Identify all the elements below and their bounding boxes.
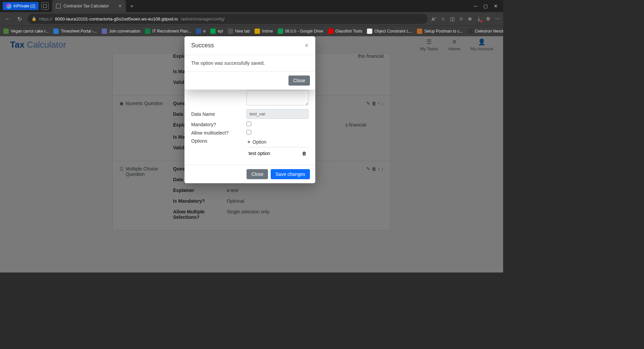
bookmark-favicon-icon [278, 29, 283, 34]
close-button[interactable]: Close [247, 169, 268, 179]
window-controls: ─ ▢ ✕ [474, 3, 503, 9]
explainer-textarea[interactable] [247, 90, 309, 105]
close-button[interactable]: Close [288, 76, 310, 86]
url-scheme: https:// [39, 16, 52, 21]
tab-close-icon[interactable]: ✕ [118, 4, 122, 8]
bookmark-favicon-icon [468, 29, 473, 34]
tab-actions-icon[interactable] [41, 2, 49, 10]
bookmark-item[interactable]: IT Recruitment Plan... [145, 29, 191, 34]
bookmark-item[interactable]: Celestron Nexstar E... [468, 29, 503, 34]
bookmark-label: Vegan carrot cake r... [11, 29, 49, 34]
bookmark-item[interactable]: New tab [228, 29, 250, 34]
modal-title: Success [191, 42, 214, 49]
bookmark-label: epl [218, 29, 223, 34]
bookmark-item[interactable]: Vegan carrot cake r... [3, 29, 49, 34]
bookmark-favicon-icon [196, 29, 201, 34]
svg-rect-0 [43, 4, 47, 8]
more-icon[interactable]: ⋯ [495, 16, 500, 21]
url-host: 8000-laura10101-contractorta-g5o2od5xoex… [55, 16, 178, 21]
form-label-data-name: Data Name [191, 111, 247, 117]
bookmark-label: New tab [235, 29, 250, 34]
lock-icon: 🔒 [32, 16, 37, 21]
refresh-icon[interactable]: ↻ [15, 16, 23, 22]
success-modal: Success × The option was successfully sa… [184, 36, 315, 90]
success-message: The option was successfully saved. [191, 60, 265, 66]
bookmark-favicon-icon [367, 29, 372, 34]
bookmark-favicon-icon [417, 29, 422, 34]
favorite-star-icon[interactable]: ☆ [441, 16, 445, 21]
bookmark-favicon-icon [328, 29, 333, 34]
option-label: test option [249, 151, 302, 156]
save-changes-button[interactable]: Save changes [271, 169, 310, 179]
delete-option-icon[interactable]: 🗑 [302, 151, 307, 156]
reader-a-icon[interactable]: A» [432, 16, 436, 22]
bookmark-label: Object Constraint L... [374, 29, 412, 34]
bookmark-favicon-icon [228, 29, 233, 34]
favorites-icon[interactable]: ✩ [459, 16, 463, 21]
browser-titlebar: InPrivate (2) Contractor Tax Calculator … [0, 0, 503, 12]
form-label-multiselect: Allow multiselect? [191, 130, 247, 136]
bookmark-item[interactable]: Timesheet Portal -... [53, 29, 97, 34]
form-label-options: Options [191, 138, 247, 144]
address-bar: ← ↻ 🔒 https://8000-laura10101-contractor… [0, 12, 503, 26]
page-content: Tax Calculator ☰My Tasks ✕Admin 👤My Acco… [0, 36, 503, 272]
bookmarks-bar: Vegan carrot cake r...Timesheet Portal -… [0, 26, 503, 36]
bookmark-item[interactable]: epl [210, 29, 223, 34]
profile-avatar-icon [6, 3, 11, 9]
downloads-icon[interactable]: ⭳ [477, 16, 481, 21]
modal-body: The option was successfully saved. [184, 55, 315, 71]
bookmark-item[interactable]: Setup Postman to c... [417, 29, 463, 34]
bookmark-favicon-icon [3, 29, 9, 34]
bookmark-favicon-icon [210, 29, 216, 34]
edit-question-modal: Data Name Mandatory? Allow multiselect? … [184, 86, 315, 183]
bookmark-item[interactable]: Object Constraint L... [367, 29, 412, 34]
bookmark-favicon-icon [145, 29, 150, 34]
tab-title: Contractor Tax Calculator [63, 4, 109, 8]
mandatory-checkbox[interactable] [247, 121, 251, 126]
bookmark-item[interactable]: 08.0.0 - Google Drive [278, 29, 323, 34]
plus-icon: ＋ [247, 139, 251, 145]
modal-footer: Close Save changes [184, 165, 315, 183]
bookmark-label: Join conversation [109, 29, 140, 34]
bookmark-label: IT Recruitment Plan... [152, 29, 191, 34]
bookmark-label: Timesheet Portal -... [61, 29, 97, 34]
extensions-icon[interactable]: ⚙ [486, 16, 490, 21]
split-screen-icon[interactable]: ◫ [450, 16, 454, 21]
maximize-icon[interactable]: ▢ [483, 3, 488, 9]
minimize-icon[interactable]: ─ [474, 3, 477, 9]
add-option-button[interactable]: ＋ Option [247, 138, 309, 147]
data-name-input[interactable] [247, 109, 309, 119]
bookmark-favicon-icon [102, 29, 107, 34]
inprivate-badge[interactable]: InPrivate (2) [3, 2, 39, 10]
close-icon[interactable]: × [305, 42, 309, 49]
bookmark-label: Celestron Nexstar E... [475, 29, 503, 34]
bookmark-favicon-icon [255, 29, 260, 34]
bookmark-label: Glassfish Tools [335, 29, 362, 34]
close-window-icon[interactable]: ✕ [494, 3, 498, 9]
option-row: test option 🗑 [247, 147, 309, 156]
url-input[interactable]: 🔒 https://8000-laura10101-contractorta-g… [28, 14, 428, 24]
bookmark-label: Intime [262, 29, 273, 34]
back-icon[interactable]: ← [3, 16, 11, 22]
bookmark-label: 08.0.0 - Google Drive [285, 29, 323, 34]
inprivate-label: InPrivate (2) [13, 4, 35, 8]
bookmark-item[interactable]: Join conversation [102, 29, 140, 34]
page-favicon-icon [56, 4, 61, 8]
collections-icon[interactable]: ⊕ [468, 16, 472, 21]
modal-footer: Close [184, 71, 315, 90]
bookmark-favicon-icon [53, 29, 59, 34]
new-tab-button[interactable]: ＋ [129, 3, 135, 10]
bookmark-item[interactable]: e [196, 29, 206, 34]
bookmark-item[interactable]: Glassfish Tools [328, 29, 362, 34]
url-path: /admin/manage/config/ [180, 16, 225, 21]
bookmark-label: e [203, 29, 206, 34]
bookmark-label: Setup Postman to c... [424, 29, 463, 34]
bookmark-item[interactable]: Intime [255, 29, 273, 34]
multiselect-checkbox[interactable] [247, 130, 251, 135]
modal-header: Success × [184, 36, 315, 55]
browser-tab-active[interactable]: Contractor Tax Calculator ✕ [52, 0, 125, 12]
form-label-mandatory: Mandatory? [191, 122, 247, 127]
